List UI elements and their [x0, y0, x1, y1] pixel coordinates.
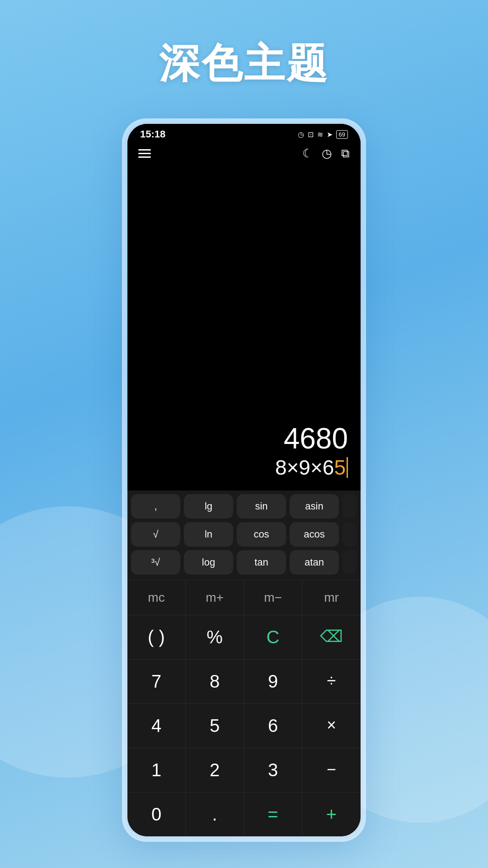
btn-parens[interactable]: ( ) [127, 615, 186, 659]
btn-backspace[interactable]: ⌫ [302, 615, 361, 659]
btn-cbrt[interactable]: ³√ [131, 550, 180, 575]
menu-line-1 [138, 149, 151, 151]
expand-icon[interactable]: ⧉ [341, 146, 350, 160]
phone-inner: 15:18 ◷ ⊡ ≋ ➤ 69 ☾ ◷ ⧉ 4680 [127, 124, 361, 836]
btn-divide[interactable]: ÷ [302, 660, 361, 703]
display-result: 4680 [284, 422, 348, 455]
signal-icon: ◷ [298, 130, 304, 139]
btn-2[interactable]: 2 [186, 748, 244, 792]
btn-multiply[interactable]: × [302, 704, 361, 748]
status-icons: ◷ ⊡ ≋ ➤ 69 [298, 130, 348, 139]
menu-button[interactable] [138, 149, 151, 158]
btn-cos[interactable]: cos [237, 522, 286, 547]
backspace-icon: ⌫ [320, 627, 343, 646]
airplane-icon: ➤ [327, 130, 333, 139]
menu-line-2 [138, 153, 151, 154]
btn-dot[interactable]: . [186, 793, 244, 836]
btn-tan[interactable]: tan [237, 550, 286, 575]
keypad-row-1: ( ) % C ⌫ [127, 615, 361, 659]
btn-6[interactable]: 6 [244, 704, 302, 748]
btn-asin[interactable]: asin [290, 494, 339, 519]
btn-mc[interactable]: mc [127, 580, 186, 615]
keypad: mc m+ m− mr ( ) % C ⌫ 7 8 9 ÷ [127, 580, 361, 836]
btn-8[interactable]: 8 [186, 660, 244, 703]
btn-add[interactable]: + [302, 793, 361, 836]
history-icon[interactable]: ◷ [322, 146, 332, 160]
btn-equals[interactable]: = [244, 793, 302, 836]
btn-mminus[interactable]: m− [244, 580, 302, 615]
btn-3[interactable]: 3 [244, 748, 302, 792]
memory-row: mc m+ m− mr [127, 580, 361, 615]
btn-sci-extra-3[interactable] [343, 550, 357, 575]
btn-atan[interactable]: atan [290, 550, 339, 575]
btn-5[interactable]: 5 [186, 704, 244, 748]
btn-4[interactable]: 4 [127, 704, 186, 748]
keypad-row-5: 0 . = + [127, 792, 361, 836]
btn-log[interactable]: log [184, 550, 233, 575]
btn-sqrt[interactable]: √ [131, 522, 180, 547]
btn-percent[interactable]: % [186, 615, 244, 659]
btn-sci-extra-1[interactable] [343, 494, 357, 519]
btn-7[interactable]: 7 [127, 660, 186, 703]
btn-subtract[interactable]: − [302, 748, 361, 792]
btn-comma[interactable]: , [131, 494, 180, 519]
phone-frame: 15:18 ◷ ⊡ ≋ ➤ 69 ☾ ◷ ⧉ 4680 [122, 118, 366, 842]
keypad-row-4: 1 2 3 − [127, 748, 361, 792]
btn-sci-extra-2[interactable] [343, 522, 357, 547]
btn-acos[interactable]: acos [290, 522, 339, 547]
expr-highlight: 5 [334, 455, 346, 480]
btn-clear[interactable]: C [244, 615, 302, 659]
sci-row-1: , lg sin asin [131, 494, 357, 519]
btn-mplus[interactable]: m+ [186, 580, 244, 615]
expr-text: 8×9×6 [275, 455, 334, 480]
sci-row-3: ³√ log tan atan [131, 550, 357, 575]
status-time: 15:18 [140, 128, 165, 140]
btn-mr[interactable]: mr [302, 580, 361, 615]
btn-sin[interactable]: sin [237, 494, 286, 519]
status-bar: 15:18 ◷ ⊡ ≋ ➤ 69 [127, 124, 361, 142]
header-icons: ☾ ◷ ⧉ [302, 146, 350, 160]
sci-row-2: √ ln cos acos [131, 522, 357, 547]
keypad-row-3: 4 5 6 × [127, 703, 361, 748]
menu-line-3 [138, 156, 151, 158]
btn-ln[interactable]: ln [184, 522, 233, 547]
display-expression: 8×9×65 [275, 455, 348, 480]
btn-lg[interactable]: lg [184, 494, 233, 519]
app-header: ☾ ◷ ⧉ [127, 142, 361, 165]
cursor [347, 457, 348, 478]
btn-1[interactable]: 1 [127, 748, 186, 792]
sci-rows: , lg sin asin √ ln cos acos ³√ log tan a… [127, 491, 361, 580]
page-title: 深色主题 [159, 36, 329, 91]
theme-icon[interactable]: ☾ [302, 146, 313, 160]
battery-icon: 69 [336, 130, 348, 139]
wifi-icon: ≋ [317, 130, 323, 139]
btn-9[interactable]: 9 [244, 660, 302, 703]
sim-icon: ⊡ [308, 130, 314, 139]
keypad-row-2: 7 8 9 ÷ [127, 659, 361, 703]
display-area: 4680 8×9×65 [127, 165, 361, 491]
btn-0[interactable]: 0 [127, 793, 186, 836]
